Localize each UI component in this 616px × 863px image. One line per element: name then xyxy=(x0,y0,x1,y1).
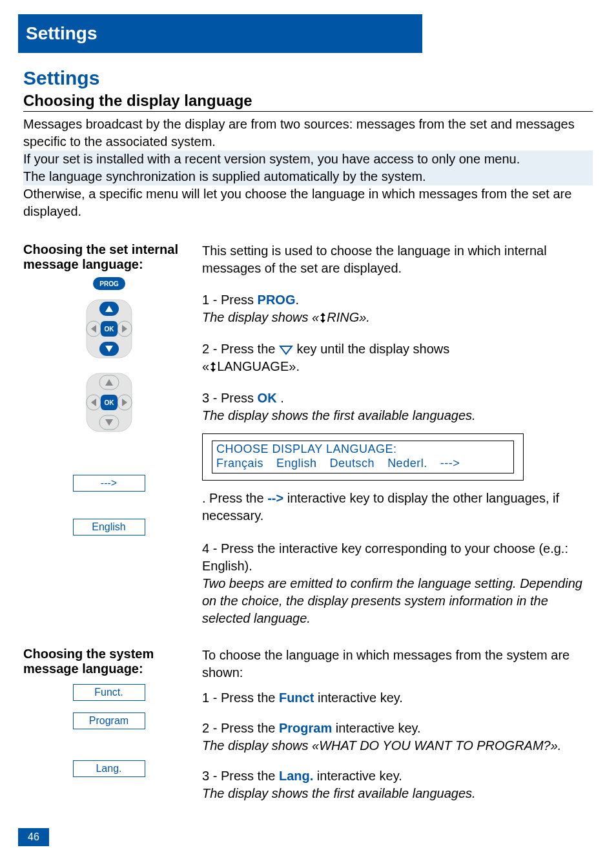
section-h1: Settings xyxy=(23,67,593,89)
page-content: Settings Choosing the display language M… xyxy=(23,67,593,802)
lcd-title: CHOOSE DISPLAY LANGUAGE: xyxy=(216,442,509,457)
block2-intro: To choose the language in which messages… xyxy=(202,647,593,681)
lcd-opt-3: Nederl. xyxy=(387,457,427,471)
section-h2: Choosing the display language xyxy=(23,92,593,112)
intro-line-1: Messages broadcast by the display are fr… xyxy=(23,117,575,149)
step2-c-b: LANGUAGE». xyxy=(217,359,300,373)
lcd-opt-1: English xyxy=(276,457,317,471)
navpad-ok-icon: OK xyxy=(74,370,145,435)
softkey-funct: Funct. xyxy=(73,684,145,701)
svg-text:PROG: PROG xyxy=(99,280,119,287)
right-col-2: To choose the language in which messages… xyxy=(194,647,593,802)
header-title: Settings xyxy=(18,23,97,44)
step1-a: 1 - Press xyxy=(202,293,258,307)
step4: 4 - Press the interactive key correspond… xyxy=(202,540,593,627)
funct-key-label: Funct xyxy=(279,691,314,705)
block-set-internal: Choosing the set internal message langua… xyxy=(23,242,593,627)
updown-icon xyxy=(319,313,327,323)
program-key-label: Program xyxy=(279,721,332,735)
b2s1a: 1 - Press the xyxy=(202,691,279,705)
b2s3b: interactive key. xyxy=(313,769,402,783)
step4-note: Two beeps are emitted to confirm the lan… xyxy=(202,576,582,625)
step3-note: The display shows the first available la… xyxy=(202,408,476,422)
left-col-2: Choosing the system message language: Fu… xyxy=(23,647,194,802)
step2-b: key until the display shows xyxy=(297,342,450,356)
step2-c-a: « xyxy=(202,359,209,373)
left-heading-2: Choosing the system message language: xyxy=(23,647,194,676)
svg-marker-25 xyxy=(280,346,292,354)
svg-marker-24 xyxy=(320,313,325,323)
b2-step2-note: The display shows «WHAT DO YOU WANT TO P… xyxy=(202,738,561,753)
svg-text:OK: OK xyxy=(104,326,114,333)
lcd-options-row: Français English Deutsch Nederl. ---> xyxy=(216,457,509,471)
softkey-lang: Lang. xyxy=(73,760,145,777)
b2s2a: 2 - Press the xyxy=(202,721,279,735)
lang-key-label: Lang. xyxy=(279,769,313,783)
header-band: Settings xyxy=(18,14,422,53)
right-col-1: This setting is used to choose the langu… xyxy=(194,242,593,627)
next-key-text: . Press the --> interactive key to displ… xyxy=(202,490,593,525)
intro-line-2: Otherwise, a specific menu will let you … xyxy=(23,187,571,218)
softkey-program: Program xyxy=(73,712,145,729)
b2-step1: 1 - Press the Funct interactive key. xyxy=(202,689,593,707)
step1-note-a: The display shows « xyxy=(202,310,319,324)
lcd-opt-0: Français xyxy=(216,457,263,471)
prog-key-label: PROG xyxy=(258,293,296,307)
intro-highlight-2: The language synchronization is supplied… xyxy=(23,168,593,185)
b2s3a: 3 - Press the xyxy=(202,769,279,783)
page-number: 46 xyxy=(18,828,49,846)
nk-a: . Press the xyxy=(202,491,267,505)
b2s1b: interactive key. xyxy=(314,691,402,705)
left-heading-1: Choosing the set internal message langua… xyxy=(23,242,194,272)
b2-step2: 2 - Press the Program interactive key. T… xyxy=(202,720,593,754)
down-key-icon xyxy=(279,345,293,355)
navpad-prog-icon: PROG OK xyxy=(74,277,145,361)
step2-a: 2 - Press the xyxy=(202,342,279,356)
lcd-inner: CHOOSE DISPLAY LANGUAGE: Français Englis… xyxy=(212,441,514,473)
ok-key-label: OK xyxy=(258,391,277,405)
step3-b: . xyxy=(277,391,284,405)
b2s2b: interactive key. xyxy=(332,721,420,735)
block-system-language: Choosing the system message language: Fu… xyxy=(23,647,593,802)
intro-block: Messages broadcast by the display are fr… xyxy=(23,116,593,220)
step2: 2 - Press the key until the display show… xyxy=(202,340,593,375)
softkey-english: English xyxy=(73,519,145,535)
step4-a: 4 - Press the interactive key correspond… xyxy=(202,541,568,573)
b2-step3-note: The display shows the first available la… xyxy=(202,786,476,800)
updown-icon-2 xyxy=(209,362,217,372)
left-col-1: Choosing the set internal message langua… xyxy=(23,242,194,627)
step1-note-b: RING». xyxy=(327,310,370,324)
svg-marker-26 xyxy=(210,362,216,372)
next-arrow-label: --> xyxy=(267,491,283,505)
step1-note: The display shows «RING». xyxy=(202,310,370,324)
intro-highlight-1: If your set is installed with a recent v… xyxy=(23,151,593,168)
step3: 3 - Press OK . The display shows the fir… xyxy=(202,390,593,424)
lcd-display: CHOOSE DISPLAY LANGUAGE: Français Englis… xyxy=(202,433,524,481)
svg-text:OK: OK xyxy=(104,399,114,406)
softkey-next: ---> xyxy=(73,475,145,492)
block1-intro: This setting is used to choose the langu… xyxy=(202,242,593,277)
lcd-opt-2: Deutsch xyxy=(330,457,375,471)
step1-b: . xyxy=(295,293,299,307)
step1: 1 - Press PROG. The display shows «RING»… xyxy=(202,291,593,326)
page-number-text: 46 xyxy=(28,831,39,843)
step3-a: 3 - Press xyxy=(202,391,258,405)
b2-step3: 3 - Press the Lang. interactive key. The… xyxy=(202,767,593,802)
lcd-opt-4: ---> xyxy=(440,457,460,471)
